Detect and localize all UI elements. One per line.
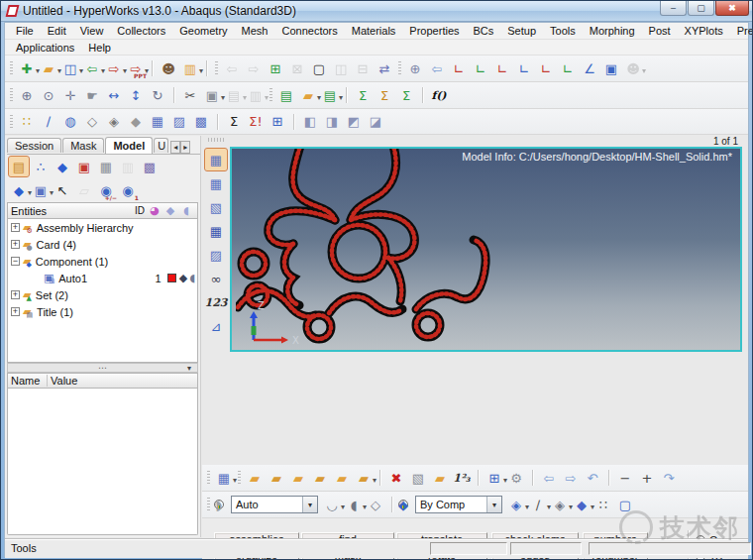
expand-toggle[interactable]: + <box>11 240 20 249</box>
fe-style-icon[interactable]: ◆ <box>163 204 177 218</box>
mask-reverse-icon[interactable]: ▧ <box>205 196 227 218</box>
tree-item[interactable]: + ▰ ▲ Set (2) <box>8 286 197 303</box>
paste-special-icon[interactable]: ▥ <box>246 85 266 105</box>
maximize-button[interactable]: ▢ <box>688 1 714 16</box>
shaded-geometry-icon[interactable]: ◈ <box>104 112 124 132</box>
paste-icon[interactable]: ▤ <box>224 85 244 105</box>
import-summary-icon[interactable]: Σ <box>353 85 373 105</box>
capture-screen-icon[interactable]: ◩ <box>344 112 364 132</box>
title-bar[interactable]: Untitled - HyperWorks v13.0 - Abaqus (St… <box>1 1 752 22</box>
color-swatch[interactable] <box>185 223 194 232</box>
menu-item[interactable]: Preferences <box>730 25 753 37</box>
masking-panel-icon[interactable]: ▦ <box>214 468 234 488</box>
node-display-icon[interactable]: ∷ <box>593 495 613 514</box>
color-swatch[interactable] <box>185 307 194 316</box>
triad-icon[interactable]: ⊿ <box>205 315 227 337</box>
wrench-icon[interactable]: ⚙ <box>506 468 526 488</box>
menu-item[interactable]: Collectors <box>110 25 172 37</box>
panel-splitter[interactable]: ⋯ ▾ <box>7 363 198 373</box>
menu-item[interactable]: Connectors <box>274 25 344 37</box>
name-column-header[interactable]: Name <box>8 375 48 387</box>
toolbar-icon[interactable] <box>8 113 15 131</box>
toolbar-icon[interactable] <box>8 59 15 77</box>
color-swatch[interactable] <box>167 274 176 282</box>
color-mode-combo[interactable]: By Comp ▾ <box>415 496 502 513</box>
user-view-icon[interactable]: ☻ <box>623 58 643 78</box>
expand-toggle[interactable]: + <box>11 290 20 299</box>
selector-arrow-icon[interactable]: ↖ <box>53 180 72 200</box>
isolate-icon[interactable]: ◉1 <box>118 180 138 200</box>
mass-icon[interactable]: ◍ <box>60 112 80 132</box>
menu-item[interactable]: Applications <box>9 42 81 54</box>
tree-item[interactable]: ▣ ⊞ Auto1 1 ◆ ◖ <box>8 270 197 286</box>
tree-item[interactable]: + ▰ ▤ Title (1) <box>8 303 197 320</box>
menu-item[interactable]: Tools <box>543 25 583 37</box>
library-icon[interactable]: ▥ <box>180 58 200 78</box>
configuration-view-icon[interactable]: ▩ <box>140 157 160 176</box>
menu-item[interactable]: XYPlots <box>678 25 730 37</box>
menu-item[interactable]: Help <box>81 42 118 54</box>
topology-display-icon[interactable]: ◡ <box>322 495 342 514</box>
duplicate-icon[interactable]: ▧ <box>408 468 428 488</box>
export-model-icon[interactable]: ⇨ <box>104 58 124 78</box>
copy-icon[interactable]: ▣ <box>202 85 222 105</box>
capture-save-icon[interactable]: ◧ <box>300 112 320 132</box>
measure-icon[interactable]: ∕ <box>39 112 58 132</box>
load-summary-icon[interactable]: Σ <box>224 112 244 132</box>
smart-zoom-icon[interactable]: ⊙ <box>39 85 58 105</box>
chevron-down-icon[interactable]: ▾ <box>302 497 317 512</box>
display-numbers-icon[interactable]: 123 <box>205 291 227 313</box>
collector-load-icon[interactable]: ▰ <box>332 468 352 488</box>
toolbar-icon[interactable] <box>8 86 15 104</box>
tree-item[interactable]: − ▰ ◆ Component (1) <box>8 253 197 270</box>
user-profile-icon[interactable]: ☻ <box>159 58 178 78</box>
property-view-icon[interactable]: ▦ <box>96 157 116 176</box>
wireframe-geometry-icon[interactable]: ◇ <box>82 112 102 132</box>
export-summary-icon[interactable]: Σ <box>396 85 416 105</box>
toolbar-icon[interactable] <box>148 59 157 77</box>
splitter-collapse-icon[interactable]: ▾ <box>181 364 197 373</box>
expand-page-icon[interactable]: ▢ <box>309 58 329 78</box>
open-solver-deck-icon[interactable]: ▰ <box>298 85 318 105</box>
splitter-handle[interactable]: ⋯ <box>24 365 181 371</box>
create-entity-icon[interactable]: ◆ <box>9 180 29 200</box>
collector-system-icon[interactable]: ▰ <box>354 468 374 488</box>
pan-horizontal-icon[interactable]: ↔ <box>104 85 124 105</box>
view-previous-icon[interactable]: ⇦ <box>539 468 559 488</box>
toolbar-icon[interactable] <box>376 469 384 487</box>
view-iso-icon[interactable]: ∠ <box>580 58 599 78</box>
menu-item[interactable]: Geometry <box>172 25 234 37</box>
organize-folder-icon[interactable]: ▰ <box>430 468 450 488</box>
toolbar-icon[interactable] <box>474 469 483 487</box>
component-view-icon[interactable]: ◆ <box>53 157 72 176</box>
toolbar-icon[interactable] <box>205 469 212 487</box>
menu-item[interactable]: BCs <box>467 25 501 37</box>
renumber-icon[interactable]: 1²₃ <box>452 468 472 488</box>
delete-entity-icon[interactable]: ✖ <box>386 468 406 488</box>
menu-item[interactable]: Mesh <box>235 25 275 37</box>
toolbar-icon[interactable] <box>528 469 537 487</box>
view-left-icon[interactable]: ∟ <box>492 58 512 78</box>
pan-tool-icon[interactable]: ✛ <box>60 85 80 105</box>
plate-display-icon[interactable]: ◆ <box>572 495 592 514</box>
redo-view-icon[interactable]: ↷ <box>659 468 679 488</box>
model-canvas[interactable]: Model Info: C:/Users/hong/Desktop/HM-She… <box>230 147 742 352</box>
element-representation-icon[interactable]: ◈ <box>506 495 526 514</box>
line-style-icon[interactable]: ∕ <box>528 495 548 514</box>
delete-page-icon[interactable]: ⊠ <box>287 58 307 78</box>
keep-zoom-icon[interactable]: ⊕ <box>405 58 425 78</box>
export-solver-deck-icon[interactable]: ▤ <box>320 85 340 105</box>
view-front-icon[interactable]: ∟ <box>536 58 556 78</box>
geometry-style-icon[interactable]: ◖ <box>179 204 193 218</box>
menu-item[interactable]: Post <box>642 25 678 37</box>
unmask-adjacent-icon[interactable]: ▦ <box>205 220 227 242</box>
collector-component-icon[interactable]: ▰ <box>267 468 286 488</box>
page-forward-icon[interactable]: ⇨ <box>244 58 264 78</box>
mesh-display-icon[interactable]: ◈ <box>550 495 570 514</box>
add-page-icon[interactable]: ⊞ <box>266 58 285 78</box>
toolbar-icon[interactable] <box>289 113 298 131</box>
show-hide-icon[interactable]: ◉+/− <box>96 180 116 200</box>
collector-create-icon[interactable]: ▰ <box>245 468 265 488</box>
capture-window-icon[interactable]: ◨ <box>322 112 342 132</box>
open-summary-icon[interactable]: Σ <box>375 85 394 105</box>
